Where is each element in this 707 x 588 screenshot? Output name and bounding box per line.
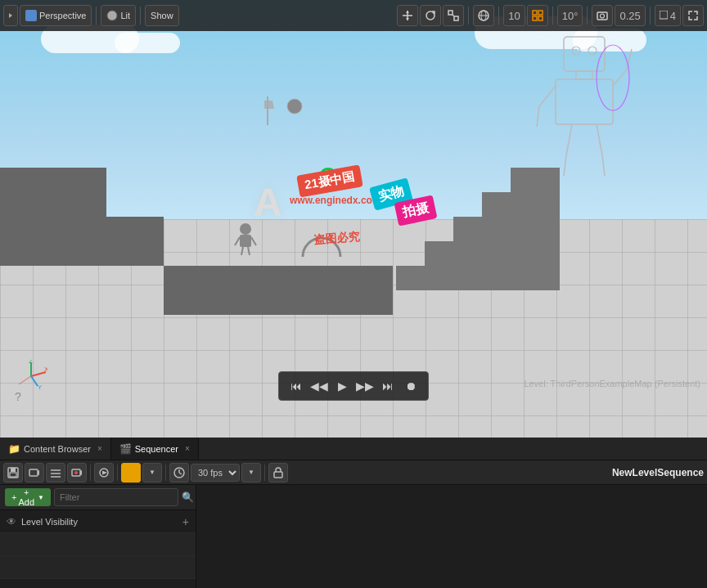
svg-line-17	[251, 237, 256, 245]
tab-content-browser[interactable]: 📁 Content Browser ×	[0, 438, 111, 460]
seq-record-btn[interactable]	[67, 463, 87, 483]
toolbar-separator-2	[140, 7, 141, 25]
svg-line-5	[539, 86, 556, 106]
seq-render-btn[interactable]	[94, 463, 114, 483]
seq-key-btn[interactable]	[121, 463, 141, 483]
cloud	[115, 33, 180, 53]
sequence-title: NewLevelSequence	[612, 467, 704, 478]
svg-line-13	[602, 155, 605, 176]
close-content-browser[interactable]: ×	[97, 444, 102, 453]
vp-dropdown-arrow[interactable]	[3, 5, 18, 26]
perspective-button[interactable]: Perspective	[20, 5, 92, 26]
perspective-icon	[25, 10, 37, 21]
help-icon[interactable]: ?	[15, 390, 21, 403]
scale-value-btn[interactable]: 0.25	[615, 5, 645, 26]
fps-select[interactable]: 30 fps 24 fps 60 fps	[191, 464, 240, 482]
maximize-btn[interactable]	[682, 5, 704, 26]
scale-icon-btn[interactable]	[443, 5, 464, 26]
small-character	[233, 222, 258, 258]
tracks-add-bar: + + Add ▼ 🔍	[0, 485, 196, 510]
svg-line-18	[241, 247, 243, 255]
seq-save-btn[interactable]	[3, 463, 23, 483]
svg-point-21	[287, 99, 302, 114]
prop-axe	[258, 97, 278, 128]
perspective-label: Perspective	[39, 11, 86, 20]
pb-skip-start[interactable]: ⏮	[286, 375, 307, 397]
viewport-compass: X Z Y	[15, 360, 47, 393]
toolbar-sep-r5	[650, 7, 651, 25]
rotate-icon-btn[interactable]	[420, 5, 441, 26]
fps-dropdown[interactable]: ▼	[241, 463, 261, 483]
svg-rect-45	[597, 12, 607, 20]
platform-left	[0, 217, 164, 266]
svg-line-11	[564, 155, 566, 176]
pb-play[interactable]: ▶	[331, 375, 353, 397]
stair-1	[396, 266, 560, 290]
content-browser-icon: 📁	[8, 443, 20, 455]
stair-2	[425, 241, 560, 266]
svg-rect-41	[533, 11, 537, 15]
viewport-toolbar: Perspective Lit Show 10	[0, 0, 707, 31]
svg-rect-36	[454, 16, 458, 20]
prop-ball	[286, 98, 303, 117]
viewport: A 21摄中国 www.engined	[0, 0, 707, 438]
track-add-keyframe-btn[interactable]: +	[182, 515, 189, 528]
character-robot	[535, 33, 633, 188]
seq-camera-btn[interactable]	[25, 463, 44, 483]
globe-icon-btn[interactable]	[473, 5, 494, 26]
pb-next-frame[interactable]: ▶▶	[354, 375, 376, 397]
svg-line-7	[613, 70, 627, 86]
svg-point-58	[74, 471, 78, 474]
add-dropdown-arrow: ▼	[38, 494, 44, 501]
toolbar-sep-r1	[468, 7, 469, 25]
grid-icon-btn[interactable]	[527, 5, 548, 26]
svg-point-14	[240, 223, 251, 235]
pb-skip-end[interactable]: ⏭	[377, 375, 399, 397]
num-label: 4	[670, 10, 676, 22]
svg-rect-47	[660, 11, 668, 19]
lit-button[interactable]: Lit	[101, 5, 136, 26]
search-icon: 🔍	[182, 491, 194, 503]
toolbar-sep-r2	[498, 7, 499, 25]
num-btn[interactable]: 4	[655, 5, 681, 26]
svg-rect-42	[538, 11, 543, 15]
seq-sep-4	[264, 465, 265, 481]
angle-btn[interactable]: 10°	[557, 5, 583, 26]
sequencer-toolbar: ▼ 30 fps 24 fps 60 fps ▼ NewLevelSequenc…	[0, 460, 707, 485]
track-row-sub-1	[0, 533, 196, 556]
camera-icon-btn[interactable]	[592, 5, 613, 26]
svg-marker-52	[38, 470, 39, 475]
track-name-label: Level Visibility	[21, 517, 182, 527]
svg-marker-57	[80, 470, 82, 475]
pb-prev-frame[interactable]: ◀◀	[308, 375, 330, 397]
seq-key-dropdown[interactable]: ▼	[142, 463, 162, 483]
add-track-button[interactable]: + + Add ▼	[5, 488, 51, 506]
platform-left-upper	[0, 168, 106, 217]
show-button[interactable]: Show	[145, 5, 179, 26]
pb-record[interactable]: ⏺	[400, 375, 421, 397]
tracks-list-panel: + + Add ▼ 🔍 👁 Level Visibility +	[0, 485, 196, 588]
tab-bar: 📁 Content Browser × 🎬 Sequencer ×	[0, 438, 707, 460]
svg-line-10	[566, 124, 572, 155]
track-row-level-visibility[interactable]: 👁 Level Visibility +	[0, 510, 196, 533]
seq-clock-btn[interactable]	[169, 463, 189, 483]
tab-sequencer-label: Sequencer	[135, 444, 178, 454]
svg-rect-49	[11, 468, 16, 472]
seq-link-btn[interactable]	[268, 463, 288, 483]
grid-value-btn[interactable]: 10	[503, 5, 525, 26]
platform-center	[164, 266, 393, 315]
svg-point-34	[426, 11, 435, 20]
close-sequencer[interactable]: ×	[185, 444, 190, 453]
tab-sequencer[interactable]: 🎬 Sequencer ×	[111, 438, 199, 460]
svg-line-6	[537, 106, 539, 127]
svg-line-24	[19, 376, 31, 384]
seq-tracks-btn[interactable]	[46, 463, 65, 483]
svg-line-12	[597, 124, 602, 155]
stair-4	[482, 192, 560, 217]
svg-line-64	[179, 473, 182, 474]
svg-rect-4	[556, 79, 613, 124]
track-filter-input[interactable]	[54, 488, 178, 506]
svg-rect-15	[240, 235, 251, 247]
translate-icon-btn[interactable]	[397, 5, 418, 26]
key-dropdown-arrow: ▼	[149, 469, 155, 476]
